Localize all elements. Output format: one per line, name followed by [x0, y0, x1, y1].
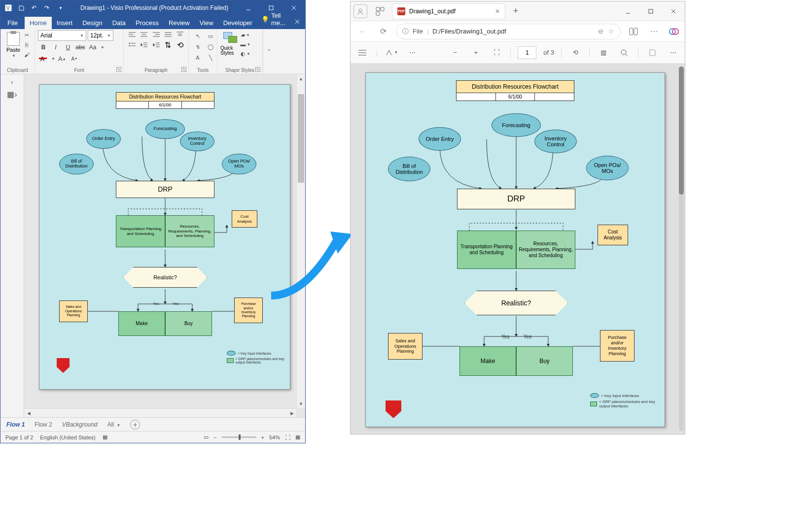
underline-button[interactable]: U: [63, 42, 73, 52]
browser-maximize-button[interactable]: [639, 2, 662, 21]
text-tool-button[interactable]: A: [192, 53, 204, 63]
format-painter-icon[interactable]: 🖌: [22, 51, 31, 59]
new-tab-button[interactable]: +: [508, 4, 523, 19]
connector-tool-button[interactable]: ↯: [192, 42, 204, 52]
horizontal-scrollbar[interactable]: ◀ ▶: [24, 408, 296, 417]
zoom-out-icon[interactable]: −: [448, 46, 462, 60]
pdf-vertical-scrollbar[interactable]: [679, 66, 684, 431]
pdf-viewer[interactable]: Distribution Resources Flowchart 6/1/00 …: [351, 64, 685, 434]
quick-styles-button[interactable]: Quick Styles: [220, 30, 242, 56]
menu-button[interactable]: ⋯: [646, 24, 662, 39]
more-tools-icon[interactable]: ⋯: [405, 46, 419, 60]
zoom-in-icon[interactable]: +: [469, 46, 483, 60]
copilot-icon[interactable]: [667, 25, 681, 38]
page-tab-flow1[interactable]: Flow 1: [6, 421, 25, 428]
stencil-icon[interactable]: ▦›: [7, 90, 17, 99]
decrease-indent-button[interactable]: [139, 40, 149, 49]
redo-icon[interactable]: ↷: [42, 3, 52, 13]
font-name-select[interactable]: Arial▼: [38, 30, 86, 41]
line-button[interactable]: ▬▼: [241, 40, 250, 48]
rotate-icon[interactable]: ⟲: [568, 46, 582, 60]
valign-button[interactable]: [175, 30, 185, 39]
align-justify-button[interactable]: [163, 30, 173, 39]
font-size-select[interactable]: 12pt.▼: [88, 30, 113, 41]
zoom-slider[interactable]: [222, 436, 256, 438]
cut-icon[interactable]: ✂: [22, 31, 31, 39]
bullets-button[interactable]: [127, 40, 137, 49]
zoom-reset-icon[interactable]: ⊖: [598, 28, 603, 35]
scroll-right-icon[interactable]: ▶: [287, 409, 296, 417]
tell-me-search[interactable]: 💡Tell me...: [257, 9, 289, 29]
scroll-left-icon[interactable]: ◀: [24, 409, 33, 417]
refresh-button[interactable]: ⟳: [375, 24, 391, 39]
ribbon-overflow[interactable]: ⌃: [263, 29, 275, 74]
italic-button[interactable]: I: [50, 42, 61, 52]
shrink-font-button[interactable]: A▼: [69, 54, 80, 64]
qat-dropdown-icon[interactable]: ▼: [56, 3, 66, 13]
switch-windows-icon[interactable]: ▦: [295, 434, 300, 440]
tab-process[interactable]: Process: [131, 17, 164, 29]
rectangle-tool-button[interactable]: ▭: [205, 31, 216, 41]
browser-tab[interactable]: PDF Drawing1_out.pdf ✕: [392, 3, 505, 19]
font-color-button[interactable]: A: [38, 54, 49, 64]
align-center-button[interactable]: [139, 30, 149, 39]
save-pdf-icon[interactable]: [645, 46, 659, 60]
font-dialog-launcher[interactable]: ⬊: [116, 67, 121, 72]
zoom-level[interactable]: 54%: [269, 434, 280, 440]
effects-button[interactable]: ◐▼: [241, 50, 250, 58]
text-case-button[interactable]: Aa: [87, 42, 98, 52]
zoom-in-button[interactable]: +: [261, 434, 264, 440]
page-tab-flow2[interactable]: Flow 2: [35, 421, 52, 428]
rotate-text-button[interactable]: ⟲: [175, 40, 185, 49]
page-number-input[interactable]: [518, 46, 536, 59]
scroll-down-icon[interactable]: ▼: [297, 399, 305, 408]
shapes-panel[interactable]: › ▦›: [0, 74, 24, 417]
increase-indent-button[interactable]: [151, 40, 161, 49]
grow-font-button[interactable]: A▲: [57, 54, 68, 64]
workspaces-icon[interactable]: [373, 4, 387, 18]
highlight-icon[interactable]: ▼: [385, 46, 398, 60]
tab-insert[interactable]: Insert: [52, 17, 78, 29]
copy-icon[interactable]: ⎘: [22, 41, 31, 49]
tab-design[interactable]: Design: [77, 17, 107, 29]
pdf-scrollbar-thumb[interactable]: [679, 66, 684, 195]
paste-button[interactable]: Paste ▼: [3, 30, 23, 58]
browser-minimize-button[interactable]: [617, 2, 639, 21]
fit-window-icon[interactable]: ⛶: [285, 434, 290, 440]
browser-close-button[interactable]: [662, 2, 685, 21]
tab-review[interactable]: Review: [164, 17, 195, 29]
undo-icon[interactable]: ↶: [29, 3, 39, 13]
fill-button[interactable]: ▰▼: [241, 31, 250, 39]
expand-shapes-icon[interactable]: ›: [11, 78, 13, 86]
scrollbar-thumb[interactable]: [298, 94, 304, 183]
save-icon[interactable]: [16, 3, 26, 13]
tab-view[interactable]: View: [195, 17, 218, 29]
back-button[interactable]: ←: [354, 24, 370, 39]
search-icon[interactable]: [617, 46, 631, 60]
page-tab-vbackground[interactable]: VBackground: [62, 421, 98, 428]
tab-file[interactable]: File: [0, 17, 25, 29]
page-tab-all[interactable]: All ▼: [107, 421, 121, 428]
url-input[interactable]: ⓘ File | D:/Files/Drawing1_out.pdf ⊖ ☆: [396, 24, 621, 39]
vertical-scrollbar[interactable]: ▲ ▼: [296, 74, 305, 408]
pointer-tool-button[interactable]: ↖: [192, 31, 204, 41]
presentation-mode-icon[interactable]: ▭: [204, 434, 209, 440]
ellipse-tool-button[interactable]: ◯: [205, 42, 216, 52]
add-page-button[interactable]: +: [130, 420, 140, 430]
profile-icon[interactable]: [353, 4, 367, 18]
info-icon[interactable]: ⓘ: [402, 27, 409, 36]
align-right-button[interactable]: [151, 30, 161, 39]
page-view-icon[interactable]: ▥: [597, 46, 610, 60]
tab-home[interactable]: Home: [25, 17, 52, 29]
ribbon-close-button[interactable]: [289, 14, 305, 29]
tab-developer[interactable]: Developer: [218, 17, 257, 29]
zoom-out-button[interactable]: −: [213, 434, 216, 440]
shape-dialog-launcher[interactable]: ⬊: [255, 67, 260, 72]
line-tool-button[interactable]: ╲: [205, 53, 216, 63]
split-screen-icon[interactable]: [626, 24, 641, 39]
status-language[interactable]: English (United States): [40, 434, 96, 440]
macro-record-icon[interactable]: ▦: [103, 434, 107, 440]
close-tab-icon[interactable]: ✕: [495, 8, 500, 15]
drawing-canvas[interactable]: Distribution Resources Flowchart 6/1/00 …: [24, 74, 305, 417]
collapse-ribbon-icon[interactable]: ⌃: [267, 48, 271, 55]
